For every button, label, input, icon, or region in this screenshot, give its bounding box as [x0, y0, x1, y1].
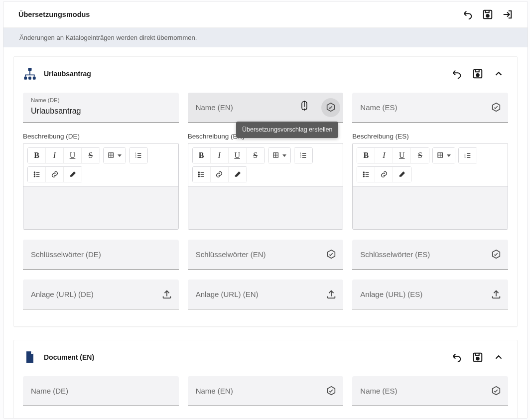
svg-point-1	[486, 14, 489, 17]
section-document-en: Document (EN) Name (DE) Name (EN)	[13, 340, 518, 419]
eraser-button[interactable]	[64, 167, 82, 182]
table-button[interactable]	[104, 148, 126, 163]
section-save-button[interactable]	[467, 347, 488, 367]
attach-de-field[interactable]: Anlage (URL) (DE)	[23, 280, 179, 309]
name-de-label: Name (DE)	[31, 97, 60, 103]
upload-icon[interactable]	[155, 289, 179, 300]
section-title: Document (EN)	[44, 353, 446, 361]
svg-point-30	[476, 357, 479, 360]
save-button[interactable]	[478, 4, 498, 24]
name-de-label: Name (DE)	[23, 387, 179, 395]
header-bar: Übersetzungsmodus	[3, 1, 528, 28]
name-en-field[interactable]: Name (EN)	[188, 376, 344, 406]
attach-en-label: Anlage (URL) (EN)	[188, 290, 320, 298]
exit-button[interactable]	[498, 4, 518, 24]
name-es-label: Name (ES)	[352, 387, 484, 395]
svg-rect-3	[24, 77, 27, 80]
attach-en-field[interactable]: Anlage (URL) (EN)	[188, 280, 344, 309]
svg-text:3: 3	[300, 156, 301, 158]
svg-point-26	[363, 172, 364, 173]
table-button[interactable]	[433, 148, 455, 163]
eraser-button[interactable]	[393, 167, 411, 182]
svg-rect-5	[33, 77, 36, 80]
translate-suggest-icon[interactable]	[319, 386, 343, 397]
italic-button[interactable]: I	[46, 148, 64, 163]
name-en-field[interactable]: Name (EN)	[188, 93, 344, 123]
link-button[interactable]	[211, 167, 229, 182]
keywords-es-label: Schlüsselwörter (ES)	[352, 250, 484, 259]
svg-point-12	[34, 172, 35, 173]
attach-es-field[interactable]: Anlage (URL) (ES)	[352, 280, 508, 309]
underline-button[interactable]: U	[229, 148, 247, 163]
keywords-en-field[interactable]: Schlüsselwörter (EN)	[188, 240, 344, 270]
svg-point-20	[198, 174, 199, 175]
undo-button[interactable]	[458, 4, 478, 24]
underline-button[interactable]: U	[393, 148, 411, 163]
svg-point-19	[198, 172, 199, 173]
editor-body[interactable]	[188, 186, 343, 229]
bullet-list-button[interactable]	[193, 167, 211, 182]
editor-body[interactable]	[353, 186, 508, 229]
bullet-list-button[interactable]	[357, 167, 375, 182]
strike-button[interactable]: S	[247, 148, 265, 163]
svg-rect-4	[28, 77, 31, 80]
svg-point-7	[476, 74, 479, 77]
italic-button[interactable]: I	[211, 148, 229, 163]
italic-button[interactable]: I	[375, 148, 393, 163]
name-es-label: Name (ES)	[352, 103, 484, 112]
bold-button[interactable]: B	[193, 148, 211, 163]
attach-es-label: Anlage (URL) (ES)	[352, 290, 484, 298]
svg-text:3: 3	[465, 156, 466, 158]
section-save-button[interactable]	[467, 64, 488, 84]
name-es-field[interactable]: Name (ES)	[352, 93, 508, 123]
name-de-field[interactable]: Name (DE)	[23, 376, 179, 406]
ordered-list-button[interactable]: 123	[294, 148, 312, 163]
translate-suggest-icon[interactable]	[319, 249, 343, 260]
page-title: Übersetzungsmodus	[18, 10, 458, 18]
desc-de-label: Beschreibung (DE)	[23, 133, 179, 140]
name-en-label: Name (EN)	[188, 103, 322, 112]
translate-tooltip: Übersetzungsvorschlag erstellen	[236, 122, 338, 138]
section-undo-button[interactable]	[446, 64, 467, 84]
translate-suggest-icon[interactable]	[484, 386, 508, 397]
section-urlaubsantrag: Urlaubsantrag Name (DE) Urlaubsantrag Na…	[13, 56, 518, 327]
translate-suggest-icon[interactable]	[484, 102, 508, 113]
strike-button[interactable]: S	[411, 148, 429, 163]
section-undo-button[interactable]	[446, 347, 467, 367]
name-en-label: Name (EN)	[188, 387, 320, 395]
name-de-field[interactable]: Name (DE) Urlaubsantrag	[23, 93, 179, 123]
keywords-de-field[interactable]: Schlüsselwörter (DE)	[23, 240, 179, 270]
svg-point-27	[363, 174, 364, 175]
sitemap-icon	[23, 68, 37, 80]
underline-button[interactable]: U	[64, 148, 82, 163]
document-icon	[23, 351, 37, 363]
keywords-es-field[interactable]: Schlüsselwörter (ES)	[352, 240, 508, 270]
desc-en-editor[interactable]: B I U S 123	[188, 143, 344, 230]
name-es-field[interactable]: Name (ES)	[352, 376, 508, 406]
desc-de-editor[interactable]: B I U S 123	[23, 143, 179, 230]
bullet-list-button[interactable]	[28, 167, 46, 182]
svg-point-28	[363, 176, 364, 177]
table-button[interactable]	[268, 148, 290, 163]
strike-button[interactable]: S	[82, 148, 100, 163]
collapse-button[interactable]	[488, 64, 509, 84]
upload-icon[interactable]	[484, 289, 508, 300]
translate-suggest-icon[interactable]	[484, 249, 508, 260]
info-banner: Änderungen an Katalogeinträgen werden di…	[3, 28, 528, 47]
eraser-button[interactable]	[229, 167, 247, 182]
svg-point-14	[34, 176, 35, 177]
editor-body[interactable]	[23, 186, 178, 229]
ordered-list-button[interactable]: 123	[130, 148, 147, 163]
bold-button[interactable]: B	[28, 148, 46, 163]
svg-point-21	[198, 176, 199, 177]
keywords-en-label: Schlüsselwörter (EN)	[188, 250, 320, 259]
link-button[interactable]	[46, 167, 64, 182]
upload-icon[interactable]	[319, 289, 343, 300]
link-button[interactable]	[375, 167, 393, 182]
collapse-button[interactable]	[488, 347, 509, 367]
keywords-de-label: Schlüsselwörter (DE)	[23, 250, 179, 259]
bold-button[interactable]: B	[357, 148, 375, 163]
translate-suggest-icon[interactable]	[321, 98, 340, 117]
ordered-list-button[interactable]: 123	[459, 148, 477, 163]
desc-es-editor[interactable]: B I U S 123	[352, 143, 508, 230]
